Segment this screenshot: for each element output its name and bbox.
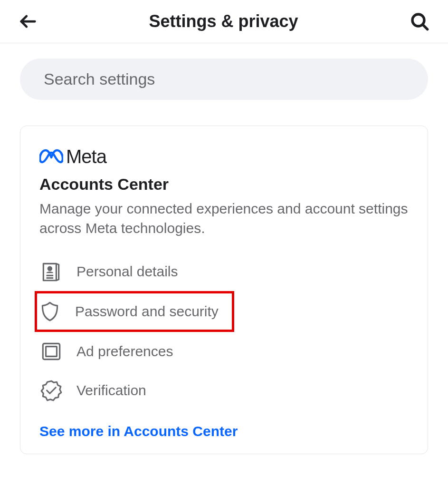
ad-preferences-item[interactable]: Ad preferences (39, 332, 409, 371)
header: Settings & privacy (0, 0, 448, 43)
page-title: Settings & privacy (149, 11, 298, 31)
verified-badge-icon (39, 379, 63, 402)
search-settings-box[interactable] (20, 58, 428, 100)
list-item-label: Password and security (75, 303, 219, 320)
svg-point-3 (48, 267, 51, 270)
personal-details-item[interactable]: Personal details (39, 252, 409, 291)
verification-item[interactable]: Verification (39, 371, 409, 410)
password-security-item[interactable]: Password and security (35, 291, 234, 332)
svg-line-2 (423, 25, 428, 29)
list-item-label: Verification (76, 382, 146, 399)
svg-rect-7 (46, 347, 57, 357)
card-description: Manage your connected experiences and ac… (39, 199, 409, 238)
search-button[interactable] (410, 12, 429, 31)
meta-brand-text: Meta (66, 146, 106, 167)
see-more-link[interactable]: See more in Accounts Center (39, 410, 409, 444)
back-button[interactable] (19, 12, 37, 30)
shield-icon (38, 300, 62, 323)
list-item-label: Personal details (76, 263, 178, 280)
accounts-center-card: Meta Accounts Center Manage your connect… (20, 126, 428, 454)
meta-brand: Meta (39, 146, 409, 167)
display-icon (39, 340, 63, 363)
meta-logo-icon (39, 149, 63, 165)
search-input[interactable] (44, 70, 404, 88)
person-card-icon (39, 260, 63, 283)
card-title: Accounts Center (39, 175, 409, 194)
list-item-label: Ad preferences (76, 343, 173, 360)
